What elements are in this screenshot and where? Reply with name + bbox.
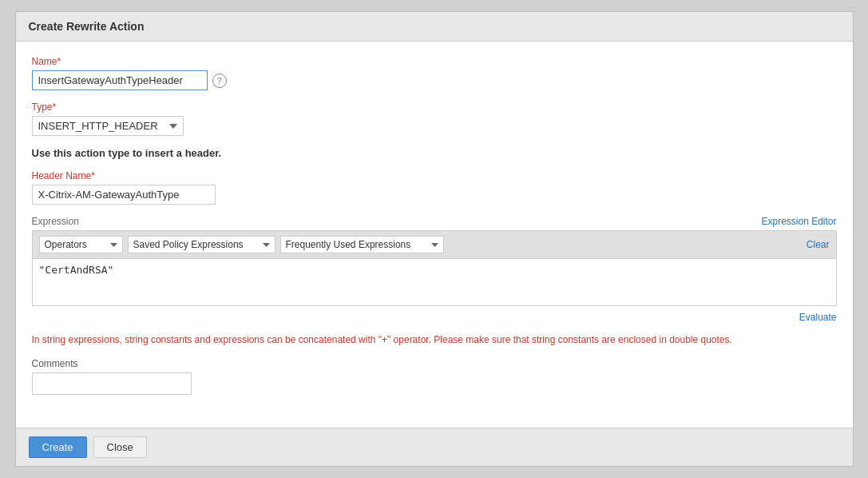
operators-select[interactable]: Operators (39, 236, 123, 253)
create-rewrite-action-dialog: Create Rewrite Action Name* ? Type* INSE… (15, 11, 854, 467)
create-button[interactable]: Create (29, 436, 87, 458)
help-icon: ? (212, 74, 227, 88)
header-name-input[interactable] (32, 185, 216, 205)
type-label: Type* (32, 102, 837, 113)
saved-policy-select[interactable]: Saved Policy Expressions (128, 236, 275, 253)
evaluate-link[interactable]: Evaluate (799, 312, 837, 323)
action-type-hint: Use this action type to insert a header. (32, 147, 837, 159)
expression-editor-link[interactable]: Expression Editor (761, 216, 836, 227)
expression-section: Expression Expression Editor Operators S… (32, 216, 837, 323)
info-text: In string expressions, string constants … (32, 333, 837, 347)
name-field-group: Name* ? (32, 56, 837, 90)
expression-label: Expression (32, 216, 79, 227)
frequently-used-select[interactable]: Frequently Used Expressions (280, 236, 444, 253)
comments-label: Comments (32, 358, 837, 369)
name-label: Name* (32, 56, 837, 67)
close-button[interactable]: Close (93, 436, 147, 458)
header-name-label: Header Name* (32, 170, 837, 181)
dialog-footer: Create Close (16, 428, 853, 466)
evaluate-row: Evaluate (32, 311, 837, 323)
type-field-group: Type* INSERT_HTTP_HEADER DELETE_HTTP_HEA… (32, 102, 837, 136)
expression-header: Expression Expression Editor (32, 216, 837, 227)
clear-link[interactable]: Clear (807, 239, 830, 250)
comments-field-group: Comments (32, 358, 837, 395)
comments-input[interactable] (32, 372, 192, 395)
dialog-title: Create Rewrite Action (16, 12, 853, 42)
expression-textarea[interactable]: "CertAndRSA" (32, 258, 837, 306)
name-input[interactable] (32, 70, 208, 90)
type-select[interactable]: INSERT_HTTP_HEADER DELETE_HTTP_HEADER RE… (32, 116, 184, 136)
header-name-field-group: Header Name* (32, 170, 837, 205)
dialog-body: Name* ? Type* INSERT_HTTP_HEADER DELETE_… (16, 42, 853, 428)
expression-toolbar: Operators Saved Policy Expressions Frequ… (32, 230, 837, 258)
